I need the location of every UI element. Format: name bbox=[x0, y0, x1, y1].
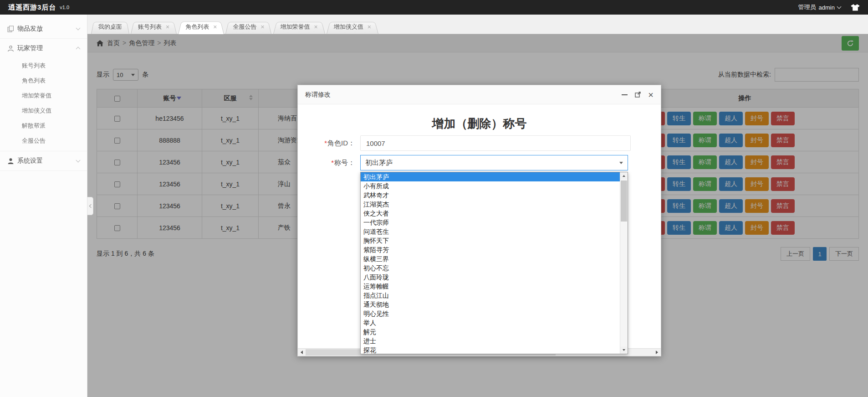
user-menu[interactable]: 管理员 admin bbox=[798, 3, 841, 11]
chevron-left-icon bbox=[89, 204, 92, 208]
sidebar-section-item-dispatch: 物品发放 bbox=[0, 19, 87, 39]
maximize-icon bbox=[635, 92, 641, 98]
dropdown-option[interactable]: 举人 bbox=[361, 318, 620, 327]
dropdown-option[interactable]: 武林奇才 bbox=[361, 191, 620, 200]
role-id-row: *角色ID： bbox=[298, 135, 661, 151]
select-arrow-icon bbox=[619, 162, 623, 164]
tab-close-icon[interactable]: × bbox=[314, 24, 318, 30]
sidebar-subitem-server-notice[interactable]: 全服公告 bbox=[0, 133, 87, 148]
dropdown-option[interactable]: 初心不忘 bbox=[361, 263, 620, 273]
close-button[interactable]: × bbox=[648, 90, 654, 99]
chevron-down-icon bbox=[837, 5, 842, 9]
tab-close-icon[interactable]: × bbox=[166, 24, 169, 30]
title-options-list: 初出茅庐小有所成武林奇才江湖英杰侠之大者一代宗师问道苍生胸怀天下紫陌寻芳纵横三界… bbox=[361, 172, 620, 354]
tab-label: 角色列表 bbox=[185, 23, 209, 31]
sidebar-item-label: 玩家管理 bbox=[17, 44, 77, 52]
scroll-left-arrow[interactable] bbox=[298, 349, 306, 356]
tab-account-list[interactable]: 账号列表× bbox=[131, 20, 177, 34]
app-version: v1.0 bbox=[60, 5, 69, 10]
dropdown-option[interactable]: 探花 bbox=[361, 345, 620, 354]
dropdown-option[interactable]: 进士 bbox=[361, 336, 620, 345]
dropdown-option[interactable]: 江湖英杰 bbox=[361, 200, 620, 209]
app-root: 逍遥西游3后台 v1.0 管理员 admin 物品发放玩家管理账号列表角色列表增… bbox=[0, 0, 868, 397]
tab-label: 增加侠义值 bbox=[334, 23, 363, 31]
tab-role-list[interactable]: 角色列表× bbox=[178, 20, 224, 34]
modal-heading: 增加（删除）称号 bbox=[298, 115, 661, 132]
tab-server-notice[interactable]: 全服公告× bbox=[225, 20, 271, 34]
title-row: *称号： 初出茅庐 bbox=[298, 155, 661, 170]
dropdown-option[interactable]: 解元 bbox=[361, 327, 620, 336]
user-outline-icon bbox=[7, 45, 17, 52]
minimize-icon bbox=[622, 94, 628, 95]
tab-add-honor[interactable]: 增加荣誉值× bbox=[273, 20, 325, 34]
dropdown-option[interactable]: 八面玲珑 bbox=[361, 273, 620, 282]
tab-bar: 我的桌面账号列表×角色列表×全服公告×增加荣誉值×增加侠义值× bbox=[87, 15, 868, 34]
required-mark: * bbox=[331, 159, 334, 166]
tab-my-desktop[interactable]: 我的桌面 bbox=[91, 20, 129, 34]
tab-label: 账号列表 bbox=[138, 23, 162, 31]
user-filled-icon bbox=[7, 158, 17, 165]
chevron-down-icon bbox=[76, 158, 81, 163]
top-bar: 逍遥西游3后台 v1.0 管理员 admin bbox=[0, 0, 868, 15]
scroll-right-arrow[interactable] bbox=[653, 349, 661, 356]
title-select[interactable]: 初出茅庐 bbox=[360, 155, 628, 170]
chevron-down-icon bbox=[76, 26, 81, 31]
dropdown-option[interactable]: 问道苍生 bbox=[361, 227, 620, 236]
dropdown-option[interactable]: 指点江山 bbox=[361, 291, 620, 300]
dropdown-option[interactable]: 小有所成 bbox=[361, 181, 620, 191]
sidebar: 物品发放玩家管理账号列表角色列表增加荣誉值增加侠义值解散帮派全服公告系统设置 bbox=[0, 15, 87, 397]
tab-close-icon[interactable]: × bbox=[260, 24, 264, 30]
dropdown-option[interactable]: 明心见性 bbox=[361, 309, 620, 318]
tab-close-icon[interactable]: × bbox=[368, 24, 371, 30]
sidebar-item-item-dispatch[interactable]: 物品发放 bbox=[0, 19, 87, 38]
role-id-input[interactable] bbox=[360, 135, 631, 151]
title-dropdown: 初出茅庐小有所成武林奇才江湖英杰侠之大者一代宗师问道苍生胸怀天下紫陌寻芳纵横三界… bbox=[360, 172, 628, 354]
tab-close-icon[interactable]: × bbox=[213, 24, 217, 30]
dropdown-scrollbar bbox=[620, 172, 628, 354]
role-id-label: *角色ID： bbox=[298, 139, 355, 148]
dropdown-option[interactable]: 一代宗师 bbox=[361, 218, 620, 227]
required-mark: * bbox=[324, 139, 327, 147]
sidebar-subitem-account-list[interactable]: 账号列表 bbox=[0, 58, 87, 73]
dropdown-option[interactable]: 纵横三界 bbox=[361, 254, 620, 263]
minimize-button[interactable] bbox=[622, 94, 628, 95]
window-controls: × bbox=[622, 90, 654, 99]
modal-title: 称谓修改 bbox=[305, 91, 331, 99]
modal-title-bar[interactable]: 称谓修改 × bbox=[298, 85, 661, 104]
title-edit-modal: 称谓修改 × 增加（删除）称号 *角色ID： *称号： 初出茅庐 初出茅庐小有所… bbox=[297, 85, 661, 356]
documents-icon bbox=[7, 26, 17, 32]
dropdown-option[interactable]: 初出茅庐 bbox=[361, 172, 620, 181]
sidebar-subitem-role-list[interactable]: 角色列表 bbox=[0, 73, 87, 88]
sidebar-menu: 物品发放玩家管理账号列表角色列表增加荣誉值增加侠义值解散帮派全服公告系统设置 bbox=[0, 19, 87, 171]
user-role-label: 管理员 bbox=[798, 3, 816, 11]
tab-label: 增加荣誉值 bbox=[281, 23, 310, 31]
sidebar-item-label: 系统设置 bbox=[17, 157, 77, 165]
scrollbar-thumb[interactable] bbox=[621, 180, 627, 222]
scroll-down-arrow[interactable] bbox=[620, 346, 628, 354]
sidebar-subitem-disband-guild[interactable]: 解散帮派 bbox=[0, 118, 87, 133]
dropdown-option[interactable]: 紫陌寻芳 bbox=[361, 245, 620, 254]
scroll-up-arrow[interactable] bbox=[620, 172, 628, 180]
sidebar-section-system-settings: 系统设置 bbox=[0, 151, 87, 171]
sidebar-item-player-management[interactable]: 玩家管理 bbox=[0, 39, 87, 58]
sidebar-submenu: 账号列表角色列表增加荣誉值增加侠义值解散帮派全服公告 bbox=[0, 58, 87, 151]
tshirt-icon[interactable] bbox=[851, 4, 860, 11]
scrollbar-track[interactable] bbox=[620, 180, 628, 346]
sidebar-collapse-handle[interactable] bbox=[87, 197, 93, 215]
title-label: *称号： bbox=[298, 159, 355, 167]
username: admin bbox=[819, 4, 835, 11]
sidebar-section-player-management: 玩家管理账号列表角色列表增加荣誉值增加侠义值解散帮派全服公告 bbox=[0, 39, 87, 151]
chevron-up-icon bbox=[76, 47, 81, 52]
sidebar-subitem-add-honor[interactable]: 增加荣誉值 bbox=[0, 88, 87, 103]
tab-label: 全服公告 bbox=[233, 23, 256, 31]
dropdown-option[interactable]: 胸怀天下 bbox=[361, 236, 620, 245]
sidebar-subitem-add-chivalry[interactable]: 增加侠义值 bbox=[0, 103, 87, 118]
dropdown-option[interactable]: 侠之大者 bbox=[361, 209, 620, 218]
dropdown-option[interactable]: 运筹帷幄 bbox=[361, 282, 620, 291]
tab-add-chivalry[interactable]: 增加侠义值× bbox=[327, 20, 378, 34]
dropdown-option[interactable]: 通天彻地 bbox=[361, 300, 620, 309]
sidebar-item-label: 物品发放 bbox=[17, 25, 77, 33]
sidebar-item-system-settings[interactable]: 系统设置 bbox=[0, 151, 87, 170]
app-title: 逍遥西游3后台 bbox=[8, 3, 56, 12]
maximize-button[interactable] bbox=[635, 92, 641, 98]
